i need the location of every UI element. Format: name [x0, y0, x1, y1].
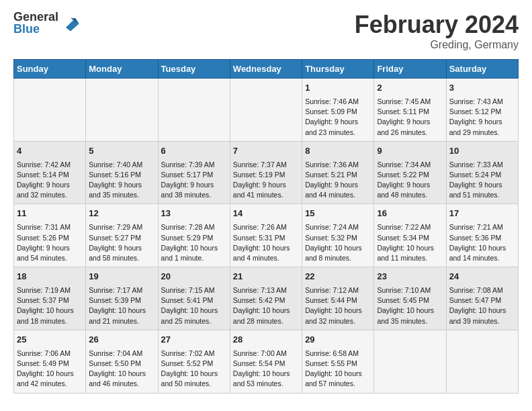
day-info-line: Sunrise: 7:34 AM: [377, 160, 443, 170]
day-info-line: and 44 minutes.: [305, 190, 371, 200]
day-info-line: Sunrise: 7:21 AM: [449, 222, 515, 232]
day-info-line: and 53 minutes.: [233, 379, 299, 389]
day-cell: [446, 330, 518, 393]
column-header-monday: Monday: [86, 60, 158, 79]
day-info-line: Sunset: 5:22 PM: [377, 170, 443, 180]
day-cell: 14Sunrise: 7:26 AMSunset: 5:31 PMDayligh…: [230, 204, 302, 267]
day-cell: 8Sunrise: 7:36 AMSunset: 5:21 PMDaylight…: [302, 141, 374, 204]
day-info-line: Sunset: 5:17 PM: [161, 170, 227, 180]
day-info-line: Sunrise: 7:42 AM: [17, 160, 83, 170]
day-info-line: Daylight: 9 hours: [17, 243, 83, 253]
day-number: 3: [449, 82, 515, 95]
day-info-line: and 32 minutes.: [17, 190, 83, 200]
day-number: 5: [89, 145, 154, 158]
day-info-line: Sunrise: 7:31 AM: [17, 222, 83, 232]
logo: General Blue: [13, 11, 80, 35]
day-info-line: Sunrise: 7:43 AM: [449, 97, 515, 107]
day-info-line: and 50 minutes.: [161, 379, 227, 389]
day-info-line: Sunset: 5:11 PM: [377, 107, 443, 117]
day-info-line: Daylight: 10 hours: [89, 369, 154, 379]
day-number: 1: [305, 82, 371, 95]
day-cell: 25Sunrise: 7:06 AMSunset: 5:49 PMDayligh…: [14, 330, 86, 393]
day-number: 11: [17, 208, 83, 220]
day-info-line: Sunrise: 7:15 AM: [161, 285, 227, 295]
day-number: 4: [17, 145, 83, 158]
day-cell: [158, 79, 230, 142]
day-info-line: Daylight: 10 hours: [89, 306, 154, 316]
day-info-line: Sunset: 5:32 PM: [305, 233, 371, 243]
day-number: 27: [161, 334, 227, 347]
day-info-line: and 57 minutes.: [305, 379, 371, 389]
day-info-line: Sunrise: 7:36 AM: [305, 160, 371, 170]
day-info-line: and 4 minutes.: [233, 253, 299, 263]
day-info-line: Sunrise: 7:40 AM: [89, 160, 154, 170]
logo-icon: [61, 13, 80, 32]
calendar-table: SundayMondayTuesdayWednesdayThursdayFrid…: [13, 59, 519, 394]
day-cell: 10Sunrise: 7:33 AMSunset: 5:24 PMDayligh…: [446, 141, 518, 204]
day-info-line: Daylight: 10 hours: [449, 243, 515, 253]
column-header-sunday: Sunday: [14, 60, 86, 79]
day-cell: 21Sunrise: 7:13 AMSunset: 5:42 PMDayligh…: [230, 267, 302, 330]
day-number: 14: [233, 208, 299, 220]
day-info-line: and 1 minute.: [161, 253, 227, 263]
day-info-line: Daylight: 9 hours: [449, 180, 515, 190]
day-info-line: and 8 minutes.: [305, 253, 371, 263]
day-info-line: Sunset: 5:31 PM: [233, 233, 299, 243]
day-number: 13: [161, 208, 227, 220]
week-row-1: 1Sunrise: 7:46 AMSunset: 5:09 PMDaylight…: [14, 79, 519, 142]
day-info-line: Sunrise: 7:13 AM: [233, 285, 299, 295]
day-info-line: Sunset: 5:54 PM: [233, 359, 299, 369]
day-info-line: Sunrise: 7:22 AM: [377, 222, 443, 232]
day-cell: 24Sunrise: 7:08 AMSunset: 5:47 PMDayligh…: [446, 267, 518, 330]
day-info-line: and 29 minutes.: [449, 128, 515, 138]
day-cell: 13Sunrise: 7:28 AMSunset: 5:29 PMDayligh…: [158, 204, 230, 267]
day-info-line: Sunset: 5:12 PM: [449, 107, 515, 117]
day-info-line: Sunrise: 7:28 AM: [161, 222, 227, 232]
day-info-line: and 41 minutes.: [233, 190, 299, 200]
day-cell: 11Sunrise: 7:31 AMSunset: 5:26 PMDayligh…: [14, 204, 86, 267]
day-info-line: Sunset: 5:27 PM: [89, 233, 154, 243]
week-row-4: 18Sunrise: 7:19 AMSunset: 5:37 PMDayligh…: [14, 267, 519, 330]
day-number: 23: [377, 271, 443, 283]
day-info-line: and 32 minutes.: [305, 316, 371, 326]
day-number: 28: [233, 334, 299, 347]
day-info-line: and 42 minutes.: [17, 379, 83, 389]
day-number: 16: [377, 208, 443, 220]
day-info-line: Daylight: 10 hours: [161, 369, 227, 379]
day-cell: 1Sunrise: 7:46 AMSunset: 5:09 PMDaylight…: [302, 79, 374, 142]
day-info-line: Sunrise: 7:06 AM: [17, 349, 83, 359]
day-cell: 5Sunrise: 7:40 AMSunset: 5:16 PMDaylight…: [86, 141, 158, 204]
day-number: 20: [161, 271, 227, 283]
column-header-friday: Friday: [374, 60, 446, 79]
day-info-line: Daylight: 10 hours: [305, 243, 371, 253]
day-info-line: Daylight: 10 hours: [449, 306, 515, 316]
day-info-line: and 35 minutes.: [89, 190, 154, 200]
day-number: 26: [89, 334, 154, 347]
location-subtitle: Greding, Germany: [355, 39, 519, 51]
day-info-line: Sunset: 5:49 PM: [17, 359, 83, 369]
day-info-line: and 14 minutes.: [449, 253, 515, 263]
day-info-line: and 48 minutes.: [377, 190, 443, 200]
day-info-line: and 54 minutes.: [17, 253, 83, 263]
logo-blue-text: Blue: [13, 23, 58, 35]
day-cell: 3Sunrise: 7:43 AMSunset: 5:12 PMDaylight…: [446, 79, 518, 142]
day-info-line: Daylight: 10 hours: [233, 243, 299, 253]
column-header-thursday: Thursday: [302, 60, 374, 79]
month-title: February 2024: [355, 11, 519, 39]
day-info-line: and 39 minutes.: [449, 316, 515, 326]
day-info-line: Daylight: 9 hours: [377, 117, 443, 127]
day-info-line: Sunrise: 7:17 AM: [89, 285, 154, 295]
day-info-line: and 25 minutes.: [161, 316, 227, 326]
day-info-line: Sunrise: 7:33 AM: [449, 160, 515, 170]
day-info-line: Sunset: 5:19 PM: [233, 170, 299, 180]
week-row-5: 25Sunrise: 7:06 AMSunset: 5:49 PMDayligh…: [14, 330, 519, 393]
day-info-line: Sunrise: 7:39 AM: [161, 160, 227, 170]
day-info-line: and 46 minutes.: [89, 379, 154, 389]
day-cell: [14, 79, 86, 142]
svg-marker-0: [66, 18, 79, 32]
day-info-line: and 26 minutes.: [377, 128, 443, 138]
day-cell: 16Sunrise: 7:22 AMSunset: 5:34 PMDayligh…: [374, 204, 446, 267]
day-cell: 22Sunrise: 7:12 AMSunset: 5:44 PMDayligh…: [302, 267, 374, 330]
day-cell: 17Sunrise: 7:21 AMSunset: 5:36 PMDayligh…: [446, 204, 518, 267]
day-info-line: Sunrise: 6:58 AM: [305, 349, 371, 359]
